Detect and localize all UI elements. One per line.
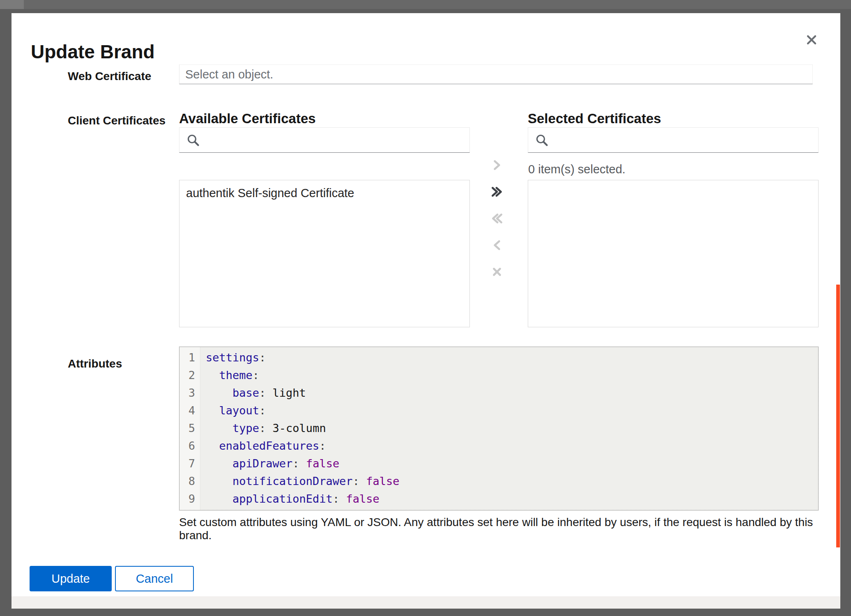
code-text: layout:: [200, 402, 266, 419]
angle-left-icon: [490, 239, 504, 253]
code-text: apiDrawer: false: [200, 455, 339, 472]
line-number: 3: [179, 384, 200, 402]
yaml-colon: :: [292, 457, 299, 470]
available-search: [179, 127, 470, 153]
move-all-left-button[interactable]: [488, 210, 506, 228]
yaml-key: layout: [219, 404, 260, 417]
update-brand-modal: Update Brand Web Certificate Client Cert…: [12, 13, 840, 609]
yaml-key: settings: [206, 351, 259, 364]
line-number: 4: [179, 402, 200, 419]
attributes-code-editor[interactable]: 1settings:2 theme:3 base: light4 layout:…: [179, 347, 819, 510]
yaml-key: type: [232, 422, 259, 434]
code-text: applicationEdit: false: [200, 490, 380, 508]
code-text: theme:: [200, 366, 259, 384]
move-all-right-button[interactable]: [488, 183, 506, 201]
selected-certificates-heading: Selected Certificates: [528, 111, 661, 126]
web-certificate-select[interactable]: [179, 64, 813, 84]
screen: Update Brand Web Certificate Client Cert…: [0, 0, 851, 616]
available-certificates-heading: Available Certificates: [179, 111, 316, 126]
yaml-value: light: [273, 386, 306, 399]
code-line: 2 theme:: [179, 366, 818, 384]
yaml-value: false: [366, 475, 399, 487]
update-button[interactable]: Update: [30, 566, 112, 591]
line-number: 8: [179, 472, 200, 490]
code-line: 7 apiDrawer: false: [179, 455, 818, 472]
yaml-key: apiDrawer: [232, 457, 292, 470]
code-text: enabledFeatures:: [200, 437, 326, 455]
web-certificate-label: Web Certificate: [68, 70, 151, 83]
yaml-colon: :: [259, 386, 266, 399]
yaml-colon: :: [253, 369, 259, 382]
code-line: 5 type: 3-column: [179, 419, 818, 437]
yaml-key: applicationEdit: [232, 492, 333, 505]
yaml-value: 3-column: [273, 422, 326, 434]
modal-title: Update Brand: [31, 41, 155, 63]
attributes-label: Attributes: [68, 357, 122, 370]
code-rows: 1settings:2 theme:3 base: light4 layout:…: [179, 347, 818, 508]
yaml-value: false: [346, 492, 379, 505]
yaml-colon: :: [319, 439, 326, 452]
yaml-colon: :: [259, 351, 266, 364]
line-number: 5: [179, 419, 200, 437]
selected-count-status: 0 item(s) selected.: [528, 163, 626, 176]
remove-all-button[interactable]: [488, 263, 506, 281]
double-angle-left-icon: [490, 212, 504, 226]
code-line: 4 layout:: [179, 402, 818, 419]
search-icon: [535, 133, 549, 149]
code-line: 6 enabledFeatures:: [179, 437, 818, 455]
double-angle-right-icon: [490, 185, 504, 200]
angle-right-icon: [490, 159, 504, 173]
line-number: 1: [179, 349, 200, 366]
code-text: type: 3-column: [200, 419, 326, 437]
yaml-colon: :: [259, 422, 266, 434]
close-icon: [805, 33, 819, 48]
available-certificates-list: authentik Self-signed Certificate: [179, 180, 470, 327]
line-number: 2: [179, 366, 200, 384]
move-selected-right-button[interactable]: [488, 156, 506, 175]
selected-certificates-list: [528, 180, 819, 327]
cancel-button[interactable]: Cancel: [115, 566, 194, 591]
yaml-colon: :: [259, 404, 266, 417]
yaml-key: base: [232, 386, 259, 399]
code-line: 3 base: light: [179, 384, 818, 402]
code-text: settings:: [200, 349, 266, 366]
backdrop-corner: [0, 0, 24, 9]
yaml-value: false: [306, 457, 339, 470]
code-text: notificationDrawer: false: [200, 472, 399, 490]
yaml-key: theme: [219, 369, 253, 382]
code-line: 9 applicationEdit: false: [179, 490, 818, 508]
yaml-colon: :: [333, 492, 339, 505]
attributes-help-text: Set custom attributes using YAML or JSON…: [179, 516, 821, 542]
yaml-key: enabledFeatures: [219, 439, 320, 452]
times-icon: [490, 265, 504, 280]
line-number: 9: [179, 490, 200, 508]
search-icon: [186, 133, 200, 149]
code-line: 8 notificationDrawer: false: [179, 472, 818, 490]
backdrop-band: [0, 0, 851, 9]
move-selected-left-button[interactable]: [488, 237, 506, 255]
transfer-controls: [488, 156, 506, 281]
modal-bottom-strip: [12, 596, 840, 609]
client-certificates-label: Client Certificates: [68, 114, 166, 127]
alert-accent-bar: [836, 285, 840, 547]
code-text: base: light: [200, 384, 306, 402]
selected-search: [528, 127, 819, 153]
line-number: 6: [179, 437, 200, 455]
line-number: 7: [179, 455, 200, 472]
yaml-key: notificationDrawer: [232, 475, 353, 487]
selected-search-input[interactable]: [554, 128, 814, 152]
code-line: 1settings:: [179, 349, 818, 366]
close-button[interactable]: [800, 29, 823, 52]
list-item[interactable]: authentik Self-signed Certificate: [179, 180, 469, 206]
yaml-colon: :: [353, 475, 359, 487]
available-search-input[interactable]: [205, 128, 465, 152]
